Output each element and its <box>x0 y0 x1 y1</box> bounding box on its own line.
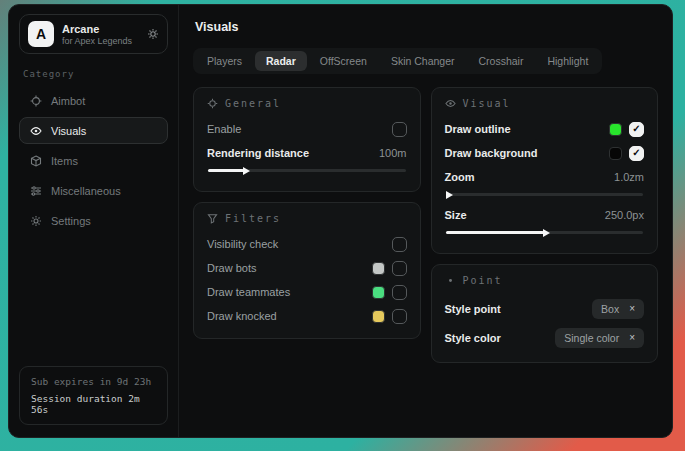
sidebar-item-label: Visuals <box>51 125 86 137</box>
sidebar-item-miscellaneous[interactable]: Miscellaneous <box>19 177 168 204</box>
sidebar-nav: Aimbot Visuals Items <box>19 87 168 234</box>
visual-card: Visual Draw outline ✓ Draw background <box>431 87 659 254</box>
sidebar-item-label: Settings <box>51 215 91 227</box>
style-color-row: Style color Single color × <box>445 324 645 351</box>
draw-teammates-checkbox[interactable] <box>392 285 407 300</box>
gear-icon <box>30 215 42 227</box>
rendering-distance-value: 100m <box>379 147 407 159</box>
section-title: General <box>225 98 281 109</box>
section-title: Filters <box>225 213 281 224</box>
section-title: Point <box>463 275 503 286</box>
clear-icon[interactable]: × <box>629 332 635 343</box>
draw-bots-checkbox[interactable] <box>392 261 407 276</box>
draw-knocked-checkbox[interactable] <box>392 309 407 324</box>
style-color-select[interactable]: Single color × <box>555 328 644 348</box>
sidebar-item-visuals[interactable]: Visuals <box>19 117 168 144</box>
draw-bots-row: Draw bots <box>207 257 407 279</box>
sidebar: A Arcane for Apex Legends Category <box>9 5 179 437</box>
draw-knocked-row: Draw knocked <box>207 305 407 327</box>
app-window: A Arcane for Apex Legends Category <box>8 4 673 438</box>
brand-subtitle: for Apex Legends <box>62 36 132 46</box>
size-slider[interactable] <box>446 231 644 234</box>
crosshair-icon <box>30 95 42 107</box>
tab-crosshair[interactable]: Crosshair <box>468 51 535 71</box>
clear-icon[interactable]: × <box>629 303 635 314</box>
sidebar-item-items[interactable]: Items <box>19 147 168 174</box>
sidebar-item-label: Miscellaneous <box>51 185 121 197</box>
size-value: 250.0px <box>605 209 644 221</box>
funnel-icon <box>207 213 218 224</box>
style-point-select[interactable]: Box × <box>592 299 644 319</box>
general-card: General Enable Rendering distance 100m <box>193 87 421 192</box>
gear-icon[interactable] <box>147 28 159 40</box>
brand-name: Arcane <box>62 23 132 35</box>
draw-background-checkbox[interactable]: ✓ <box>629 146 644 161</box>
visibility-check-row: Visibility check <box>207 233 407 255</box>
tab-strip: Players Radar OffScreen Skin Changer Cro… <box>193 48 602 74</box>
sub-expires-text: Sub expires in 9d 23h <box>31 376 156 387</box>
enable-row: Enable <box>207 118 407 140</box>
session-card: Sub expires in 9d 23h Session duration 2… <box>19 366 168 425</box>
visibility-check-checkbox[interactable] <box>392 237 407 252</box>
eye-icon <box>445 98 456 109</box>
zoom-value: 1.0zm <box>614 171 644 183</box>
tab-offscreen[interactable]: OffScreen <box>309 51 378 71</box>
sliders-icon <box>30 185 42 197</box>
tab-radar[interactable]: Radar <box>255 51 307 71</box>
zoom-row: Zoom 1.0zm <box>445 166 645 188</box>
category-label: Category <box>23 69 164 79</box>
sidebar-item-settings[interactable]: Settings <box>19 207 168 234</box>
rendering-distance-row: Rendering distance 100m <box>207 142 407 164</box>
eye-scan-icon <box>30 125 42 137</box>
draw-background-color-swatch[interactable] <box>609 147 622 160</box>
target-icon <box>207 98 218 109</box>
draw-knocked-color-swatch[interactable] <box>372 310 385 323</box>
draw-outline-checkbox[interactable]: ✓ <box>629 122 644 137</box>
style-point-row: Style point Box × <box>445 295 645 322</box>
draw-outline-color-swatch[interactable] <box>609 123 622 136</box>
tab-skin-changer[interactable]: Skin Changer <box>380 51 466 71</box>
draw-background-row: Draw background ✓ <box>445 142 645 164</box>
session-duration-text: Session duration 2m 56s <box>31 393 156 415</box>
draw-outline-row: Draw outline ✓ <box>445 118 645 140</box>
sidebar-item-label: Items <box>51 155 78 167</box>
content-grid: General Enable Rendering distance 100m <box>193 87 658 363</box>
style-point-value: Box <box>601 303 619 315</box>
draw-teammates-row: Draw teammates <box>207 281 407 303</box>
section-title: Visual <box>463 98 511 109</box>
sidebar-item-label: Aimbot <box>51 95 85 107</box>
page-title: Visuals <box>195 20 656 34</box>
draw-bots-color-swatch[interactable] <box>372 262 385 275</box>
size-row: Size 250.0px <box>445 204 645 226</box>
dot-icon <box>445 275 456 286</box>
main-panel: Visuals Players Radar OffScreen Skin Cha… <box>179 5 672 437</box>
filters-card: Filters Visibility check Draw bots <box>193 202 421 339</box>
style-color-value: Single color <box>564 332 619 344</box>
box-icon <box>30 155 42 167</box>
tab-players[interactable]: Players <box>196 51 253 71</box>
point-card: Point Style point Box × Style color Sing… <box>431 264 659 363</box>
sidebar-item-aimbot[interactable]: Aimbot <box>19 87 168 114</box>
brand-card: A Arcane for Apex Legends <box>19 14 168 54</box>
tab-highlight[interactable]: Highlight <box>536 51 599 71</box>
brand-logo: A <box>28 21 54 47</box>
draw-teammates-color-swatch[interactable] <box>372 286 385 299</box>
zoom-slider[interactable] <box>446 193 644 196</box>
enable-checkbox[interactable] <box>392 122 407 137</box>
rendering-distance-slider[interactable] <box>208 169 406 172</box>
